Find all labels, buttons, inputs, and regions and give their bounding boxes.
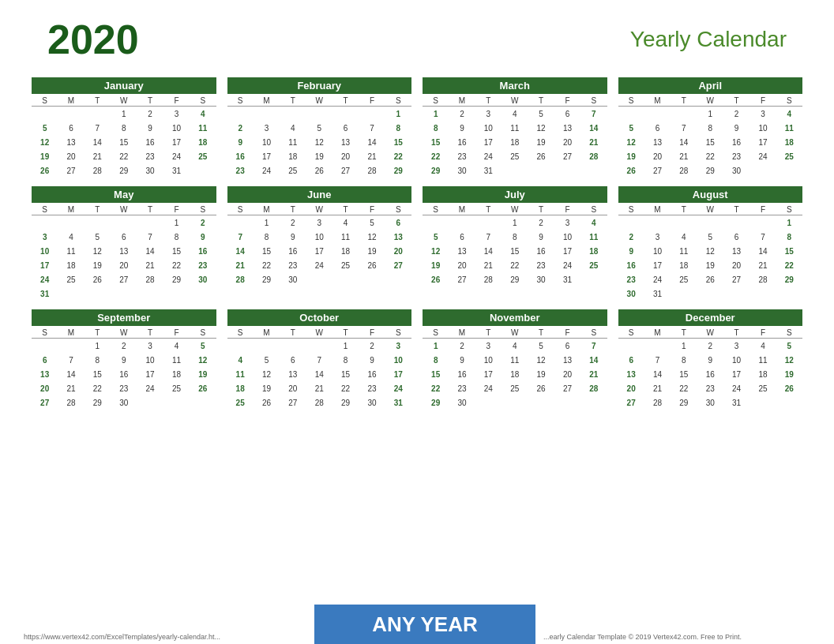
day-cell: 28: [644, 396, 671, 410]
day-cell: [137, 287, 163, 301]
day-cell: 8: [697, 122, 723, 136]
day-header-f-5: F: [163, 328, 190, 338]
day-cell: 31: [163, 164, 190, 178]
day-cell: [776, 287, 802, 301]
day-cell: 3: [163, 107, 190, 122]
day-cell: 6: [723, 230, 749, 245]
day-cell: 20: [111, 259, 137, 273]
day-cell: 17: [475, 136, 502, 150]
footer-banner[interactable]: ANY YEAR: [314, 605, 535, 644]
day-cell: 10: [163, 122, 190, 136]
month-september: SeptemberSMTWTFS123456789101112131415161…: [32, 309, 216, 410]
day-cell: 14: [85, 136, 111, 150]
day-cell: 16: [359, 368, 385, 382]
month-march: MarchSMTWTFS1234567891011121314151617181…: [423, 77, 607, 178]
day-cell: 18: [671, 259, 697, 273]
day-cell: 20: [332, 150, 359, 164]
day-cell: 29: [697, 164, 723, 178]
day-header-s-6: S: [580, 204, 607, 215]
day-cell: 24: [475, 150, 502, 164]
day-cell: 12: [423, 245, 449, 259]
day-cell: 1: [697, 107, 723, 122]
day-cell: 12: [776, 354, 802, 368]
day-cell: 12: [697, 245, 723, 259]
day-cell: 24: [749, 150, 776, 164]
day-cell: 11: [280, 136, 306, 150]
day-cell: 13: [723, 245, 749, 259]
day-cell: 27: [644, 164, 671, 178]
day-cell: 26: [306, 164, 332, 178]
day-cell: 3: [137, 339, 163, 354]
day-header-t-2: T: [280, 328, 306, 338]
day-header-w-3: W: [111, 328, 137, 338]
day-cell: 9: [723, 122, 749, 136]
day-cell: 2: [137, 107, 163, 122]
day-cell: [32, 107, 58, 122]
day-headers: SMTWTFS: [423, 95, 607, 107]
day-cell: 23: [190, 259, 216, 273]
day-cell: 28: [475, 273, 502, 287]
day-header-f-5: F: [749, 95, 776, 106]
day-cell: 28: [137, 273, 163, 287]
day-cell: 23: [280, 259, 306, 273]
day-header-t-4: T: [137, 204, 163, 215]
day-cell: 15: [254, 245, 280, 259]
day-cell: 5: [697, 230, 723, 245]
day-cell: 8: [423, 122, 449, 136]
day-cell: 10: [723, 354, 749, 368]
day-cell: 4: [776, 107, 802, 122]
day-cell: 26: [85, 273, 111, 287]
day-cell: 19: [776, 368, 802, 382]
day-cell: 29: [85, 396, 111, 410]
day-cell: [554, 396, 580, 410]
day-cell: [475, 216, 502, 230]
day-cell: 14: [359, 136, 385, 150]
day-cell: 16: [723, 136, 749, 150]
day-cell: 17: [163, 136, 190, 150]
day-header-m-1: M: [644, 328, 671, 338]
day-cell: 31: [385, 396, 411, 410]
day-cell: 28: [227, 273, 254, 287]
day-cell: 12: [528, 354, 554, 368]
day-cell: 4: [58, 230, 84, 245]
day-header-f-5: F: [749, 204, 776, 215]
day-header-t-2: T: [85, 204, 111, 215]
day-cell: 8: [502, 230, 528, 245]
day-cell: 31: [554, 273, 580, 287]
day-cell: 10: [137, 354, 163, 368]
footer-copyright: ...early Calendar Template © 2019 Vertex…: [535, 605, 834, 644]
day-header-f-5: F: [359, 328, 385, 338]
day-cell: [137, 216, 163, 230]
day-cell: 18: [776, 136, 802, 150]
day-cell: 12: [528, 122, 554, 136]
day-cell: [190, 396, 216, 410]
day-cell: 24: [644, 273, 671, 287]
day-cell: 12: [254, 368, 280, 382]
day-cell: 10: [644, 245, 671, 259]
day-header-t-4: T: [528, 95, 554, 106]
day-cell: 24: [32, 273, 58, 287]
day-cell: 4: [332, 216, 359, 230]
day-cell: 20: [618, 382, 644, 396]
day-cell: 11: [502, 122, 528, 136]
day-cell: 17: [306, 245, 332, 259]
day-header-s-0: S: [423, 328, 449, 338]
day-header-w-3: W: [697, 204, 723, 215]
day-cell: 3: [254, 122, 280, 136]
day-cell: [254, 107, 280, 122]
day-cell: 25: [58, 273, 84, 287]
day-cell: 9: [227, 136, 254, 150]
day-cell: 29: [254, 273, 280, 287]
day-header-f-5: F: [554, 328, 580, 338]
day-header-w-3: W: [306, 328, 332, 338]
day-cell: 15: [85, 368, 111, 382]
day-cell: 18: [332, 245, 359, 259]
day-cell: 1: [163, 216, 190, 230]
day-cell: 16: [449, 136, 475, 150]
day-cell: 18: [227, 382, 254, 396]
month-header: September: [32, 309, 216, 326]
day-cell: 20: [385, 245, 411, 259]
day-header-w-3: W: [306, 204, 332, 215]
day-cell: 4: [227, 354, 254, 368]
day-cell: 19: [697, 259, 723, 273]
